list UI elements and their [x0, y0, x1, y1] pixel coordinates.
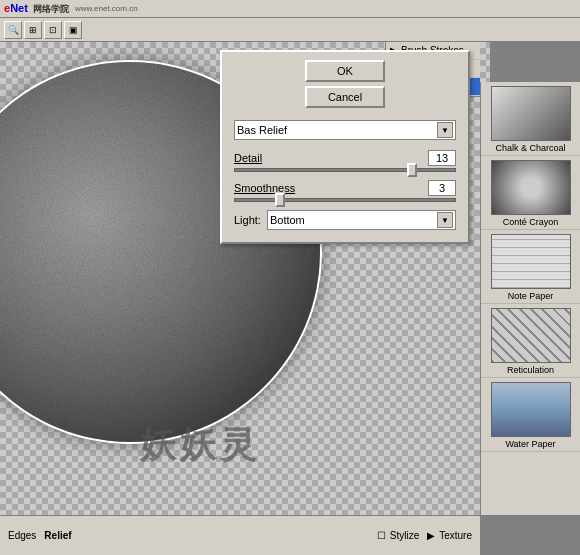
- top-toolbar: 🔍 ⊞ ⊡ ▣: [0, 18, 580, 42]
- stylize-item[interactable]: ☐ Stylize: [377, 530, 419, 541]
- edges-label: Edges: [8, 530, 36, 541]
- edges-item[interactable]: Edges: [8, 530, 36, 541]
- detail-param-row: Detail 13: [234, 150, 456, 172]
- detail-slider-thumb[interactable]: [407, 163, 417, 177]
- checkbox-icon: ☐: [377, 530, 386, 541]
- detail-slider-track[interactable]: [234, 168, 456, 172]
- toolbar-icon-3[interactable]: ⊡: [44, 21, 62, 39]
- dialog: OK Cancel Bas Relief ▼ Detail 13: [220, 50, 470, 244]
- top-bar: eNet 网络学院 www.enet.com.cn: [0, 0, 580, 18]
- filter-select-value: Bas Relief: [237, 124, 287, 136]
- filter-item-water[interactable]: Water Paper: [481, 378, 580, 452]
- toolbar-icon-2[interactable]: ⊞: [24, 21, 42, 39]
- water-label: Water Paper: [505, 439, 555, 449]
- toolbar-icon-1[interactable]: 🔍: [4, 21, 22, 39]
- chalk-label: Chalk & Charcoal: [495, 143, 565, 153]
- bottom-bar: Edges Relief ☐ Stylize ▶ Texture: [0, 515, 480, 555]
- arrow-texture-icon: ▶: [427, 530, 435, 541]
- filter-item-chalk[interactable]: Chalk & Charcoal: [481, 82, 580, 156]
- filter-item-reticulation[interactable]: Reticulation: [481, 304, 580, 378]
- conte-thumbnail: [491, 160, 571, 215]
- detail-label-row: Detail 13: [234, 150, 456, 166]
- main-area: 妖妖灵 ▶ Brush Strokes ▶ Distort ▼ Sketch O…: [0, 42, 580, 555]
- chinese-text: 妖妖灵: [140, 421, 260, 470]
- light-row: Light: Bottom ▼: [234, 210, 456, 230]
- detail-value[interactable]: 13: [428, 150, 456, 166]
- smoothness-value[interactable]: 3: [428, 180, 456, 196]
- filter-dropdown-arrow[interactable]: ▼: [437, 122, 453, 138]
- chalk-thumbnail: [491, 86, 571, 141]
- light-dropdown-arrow[interactable]: ▼: [437, 212, 453, 228]
- light-value: Bottom: [270, 214, 305, 226]
- detail-label[interactable]: Detail: [234, 152, 262, 164]
- filter-thumbnails-panel: Chalk & Charcoal Conté Crayon Note Paper…: [480, 82, 580, 515]
- smoothness-label[interactable]: Smoothness: [234, 182, 295, 194]
- ok-button[interactable]: OK: [305, 60, 385, 82]
- smoothness-param-row: Smoothness 3: [234, 180, 456, 202]
- texture-item[interactable]: ▶ Texture: [427, 530, 472, 541]
- logo: eNet 网络学院: [4, 2, 69, 16]
- water-thumbnail: [491, 382, 571, 437]
- note-label: Note Paper: [508, 291, 554, 301]
- light-label: Light:: [234, 214, 261, 226]
- reticulation-label: Reticulation: [507, 365, 554, 375]
- conte-label: Conté Crayon: [503, 217, 559, 227]
- texture-label: Texture: [439, 530, 472, 541]
- reticulation-thumbnail: [491, 308, 571, 363]
- smoothness-slider-track[interactable]: [234, 198, 456, 202]
- dialog-buttons: OK Cancel: [222, 52, 468, 112]
- smoothness-label-row: Smoothness 3: [234, 180, 456, 196]
- smoothness-slider-thumb[interactable]: [275, 193, 285, 207]
- filter-item-conte[interactable]: Conté Crayon: [481, 156, 580, 230]
- relief-item[interactable]: Relief: [44, 530, 71, 541]
- light-select[interactable]: Bottom ▼: [267, 210, 456, 230]
- relief-label: Relief: [44, 530, 71, 541]
- filter-select-row: Bas Relief ▼: [234, 120, 456, 140]
- dialog-content: Bas Relief ▼ Detail 13 Smoothness 3: [222, 112, 468, 242]
- cancel-button[interactable]: Cancel: [305, 86, 385, 108]
- filter-select[interactable]: Bas Relief ▼: [234, 120, 456, 140]
- toolbar-icon-4[interactable]: ▣: [64, 21, 82, 39]
- note-thumbnail: [491, 234, 571, 289]
- url-text: www.enet.com.cn: [75, 4, 138, 13]
- filter-item-note[interactable]: Note Paper: [481, 230, 580, 304]
- stylize-label: Stylize: [390, 530, 419, 541]
